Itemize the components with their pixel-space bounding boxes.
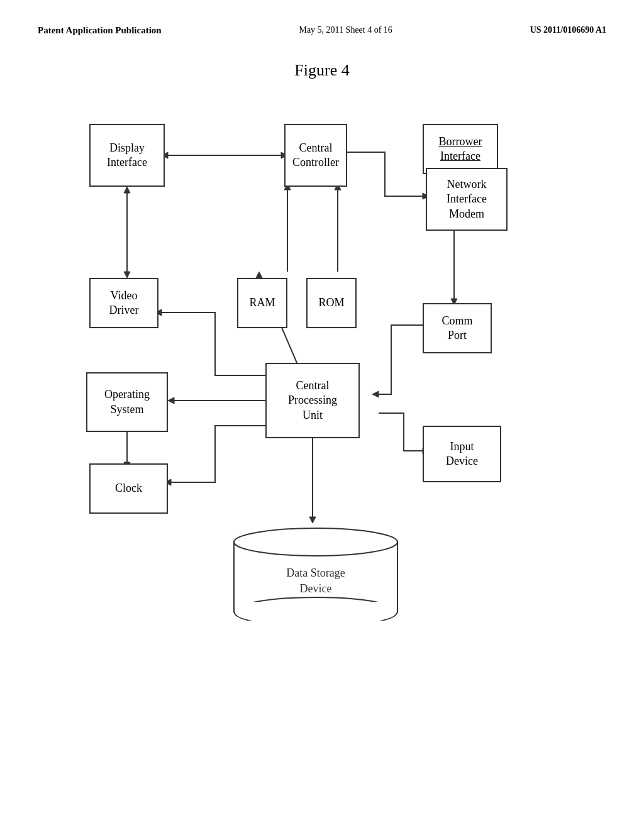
svg-marker-13 — [372, 391, 379, 397]
diagram-area: DisplayInterface CentralController Borro… — [52, 92, 592, 772]
input-device-box: InputDevice — [423, 426, 501, 482]
page: Patent Application Publication May 5, 20… — [0, 0, 644, 830]
video-driver-box: VideoDriver — [89, 278, 158, 328]
header-right: US 2011/0106690 A1 — [530, 25, 606, 35]
header: Patent Application Publication May 5, 20… — [0, 0, 644, 36]
ram-label: RAM — [249, 296, 275, 310]
comm-port-box: CommPort — [423, 303, 492, 353]
rom-box: ROM — [306, 278, 357, 328]
ram-box: RAM — [237, 278, 287, 328]
svg-marker-19 — [168, 397, 174, 404]
central-processing-unit-label: CentralProcessingUnit — [288, 379, 337, 423]
operating-system-label: OperatingSystem — [104, 387, 150, 417]
svg-marker-5 — [124, 272, 130, 278]
svg-text:Data Storage: Data Storage — [286, 567, 345, 579]
network-interface-modem-label: NetworkInterfaceModem — [447, 177, 487, 221]
data-storage-device-cylinder: Data Storage Device — [228, 520, 404, 621]
operating-system-box: OperatingSystem — [86, 372, 168, 432]
input-device-label: InputDevice — [446, 440, 478, 469]
display-interface-box: DisplayInterface — [89, 124, 165, 187]
header-center: May 5, 2011 Sheet 4 of 16 — [299, 25, 392, 35]
central-controller-box: CentralController — [284, 124, 347, 187]
header-sheet-info: May 5, 2011 Sheet 4 of 16 — [299, 25, 392, 35]
svg-point-27 — [234, 528, 397, 556]
patent-number: US 2011/0106690 A1 — [530, 25, 606, 35]
borrower-interface-label: BorrowerInterface — [439, 135, 482, 164]
display-interface-label: DisplayInterface — [107, 141, 147, 170]
network-interface-modem-box: NetworkInterfaceModem — [426, 168, 508, 231]
svg-rect-29 — [235, 602, 397, 612]
cylinder-svg: Data Storage Device — [228, 520, 404, 621]
header-left: Patent Application Publication — [38, 25, 162, 36]
video-driver-label: VideoDriver — [109, 289, 139, 318]
rom-label: ROM — [318, 296, 344, 310]
svg-marker-6 — [124, 187, 130, 193]
patent-publication-label: Patent Application Publication — [38, 25, 162, 35]
clock-box: Clock — [89, 463, 168, 514]
central-processing-unit-box: CentralProcessingUnit — [265, 363, 360, 438]
borrower-interface-box: BorrowerInterface — [423, 124, 498, 174]
figure-title: Figure 4 — [0, 61, 644, 80]
svg-marker-16 — [256, 272, 262, 278]
clock-label: Clock — [115, 481, 142, 495]
svg-text:Device: Device — [300, 582, 332, 595]
comm-port-label: CommPort — [441, 314, 472, 343]
central-controller-label: CentralController — [292, 141, 339, 170]
